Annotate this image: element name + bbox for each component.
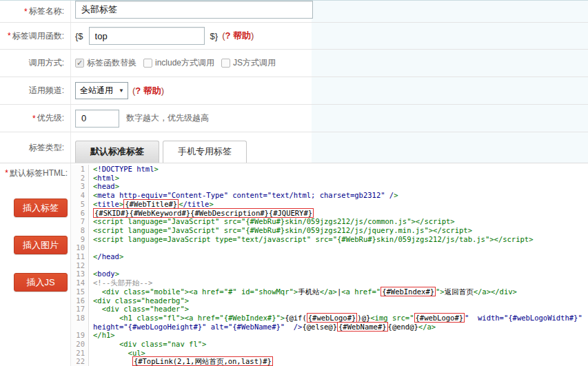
code-line: 20 <div class="nav fl"> — [71, 340, 588, 349]
tag-edit-form: * 标签名称: * 标签调用函数: {$ $} (? 帮助) 调用方式: ✓ 标… — [0, 0, 588, 366]
line-content: <!DOCTYPE html> — [89, 165, 588, 174]
tag-type-label: 标签类型: — [0, 132, 71, 163]
line-number: 13 — [71, 270, 89, 278]
line-content: </h1> — [89, 331, 588, 340]
checkbox-checked-icon[interactable]: ✓ — [75, 59, 84, 68]
code-lines: 1<!DOCTYPE html>2<html>3<head>4<meta htt… — [71, 165, 588, 366]
line-content — [89, 261, 588, 270]
channel-label: 适用频道: — [0, 77, 71, 104]
code-editor[interactable]: 1<!DOCTYPE html>2<html>3<head>4<meta htt… — [71, 163, 588, 366]
code-line: 16<div class="headerbg"> — [71, 296, 588, 305]
checkbox-js-call[interactable]: JS方式调用 — [221, 57, 276, 69]
tag-function-input[interactable] — [89, 27, 205, 45]
line-number: 15 — [71, 287, 89, 296]
checkbox-unchecked-icon[interactable] — [143, 59, 152, 68]
code-line: 11</head> — [71, 252, 588, 261]
line-content: <div class="headerbg"> — [89, 296, 588, 305]
line-content: {#TopLink(2,1,网站首页,on,last)#} — [89, 357, 588, 366]
tab-mobile-tag[interactable]: 手机专用标签 — [163, 141, 247, 163]
code-line: 13<body> — [71, 270, 588, 278]
row-tag-name: * 标签名称: — [0, 0, 588, 23]
code-line: 9<script language=JavaScript type="text/… — [71, 235, 588, 244]
tag-function-field: {$ $} (? 帮助) — [71, 23, 588, 49]
dropdown-arrow-icon: ▼ — [119, 88, 124, 94]
line-number: 2 — [71, 174, 89, 183]
code-line: 10 — [71, 243, 588, 252]
tag-type-tabs: 默认标准标签 手机专用标签 — [75, 141, 250, 163]
function-help-link[interactable]: (? 帮助) — [222, 30, 254, 42]
line-number: 19 — [71, 331, 89, 340]
priority-label: * 优先级: — [0, 105, 71, 132]
row-default-html: *默认标签HTML: 插入标签 插入图片 插入JS 1<!DOCTYPE htm… — [0, 163, 588, 366]
code-line: 18 <h1 class="fl"><a href="{#WebIndex#}"… — [71, 314, 588, 331]
channel-select[interactable]: 全站通用 ▼ — [75, 82, 128, 99]
insert-image-button[interactable]: 插入图片 — [14, 236, 68, 254]
line-content: <body> — [89, 270, 588, 278]
checkbox-unchecked-icon[interactable] — [221, 59, 230, 68]
code-line: 6{#SKID#}{#WebKeyword#}{#WebDescription#… — [71, 209, 588, 218]
tab-default-standard-tag[interactable]: 默认标准标签 — [75, 141, 159, 163]
insert-tag-button[interactable]: 插入标签 — [14, 199, 68, 217]
code-line: 15 <div class="mobile"><a href="#" id="s… — [71, 287, 588, 296]
line-number: 20 — [71, 340, 89, 349]
line-number: 4 — [71, 191, 89, 200]
call-method-label: 调用方式: — [0, 50, 71, 77]
line-content: <!--头部开始--> — [89, 278, 588, 287]
row-channel: 适用频道: 全站通用 ▼ (? 帮助) — [0, 77, 588, 105]
function-suffix: $} — [210, 31, 219, 41]
code-line: 2<html> — [71, 174, 588, 183]
line-content: <script language="JavaScript" src="{#Web… — [89, 226, 588, 235]
tag-type-field: 默认标准标签 手机专用标签 — [71, 132, 588, 163]
function-prefix: {$ — [75, 31, 83, 41]
default-html-label-col: *默认标签HTML: 插入标签 插入图片 插入JS — [0, 163, 71, 366]
line-number: 21 — [71, 349, 89, 358]
line-content: {#SKID#}{#WebKeyword#}{#WebDescription#}… — [89, 209, 588, 218]
line-content — [89, 243, 588, 252]
channel-help-link[interactable]: (? 帮助) — [132, 85, 164, 97]
line-number: 16 — [71, 296, 89, 305]
line-number: 8 — [71, 226, 89, 235]
required-mark: * — [8, 31, 11, 41]
line-content: <head> — [89, 182, 588, 191]
code-line: 7<script language="JavaScript" src="{#We… — [71, 217, 588, 226]
line-content: <title>{#WebTitle#}</title> — [89, 200, 588, 209]
line-number: 5 — [71, 200, 89, 209]
row-tag-type: 标签类型: 默认标准标签 手机专用标签 — [0, 132, 588, 163]
required-mark: * — [32, 114, 36, 123]
line-content: <meta http-equiv="Content-Type" content=… — [89, 191, 588, 200]
line-number: 17 — [71, 305, 89, 314]
required-mark: * — [24, 7, 28, 17]
line-content: <script language=JavaScript type="text/j… — [89, 235, 588, 244]
line-content: <h1 class="fl"><a href="{#WebIndex#}">{@… — [89, 314, 588, 331]
line-content: <div class="mobile"><a href="#" id="show… — [89, 287, 588, 296]
priority-hint: 数字越大，优先级越高 — [126, 112, 209, 124]
tag-function-label: * 标签调用函数: — [0, 23, 71, 49]
code-line: 12 — [71, 261, 588, 270]
code-line: 22 {#TopLink(2,1,网站首页,on,last)#} — [71, 357, 588, 366]
checkbox-include-call[interactable]: include方式调用 — [143, 57, 214, 69]
priority-field: 数字越大，优先级越高 — [71, 105, 588, 132]
line-content: </head> — [89, 252, 588, 261]
priority-input[interactable] — [75, 110, 119, 128]
line-number: 7 — [71, 217, 89, 226]
code-line: 5<title>{#WebTitle#}</title> — [71, 200, 588, 209]
tag-name-input[interactable] — [75, 1, 313, 19]
insert-js-button[interactable]: 插入JS — [14, 273, 68, 292]
required-mark: * — [5, 168, 8, 178]
channel-field: 全站通用 ▼ (? 帮助) — [71, 77, 588, 104]
line-number: 6 — [71, 209, 89, 218]
call-method-field: ✓ 标签函数替换 include方式调用 JS方式调用 — [71, 50, 588, 77]
line-content: <html> — [89, 174, 588, 183]
line-number: 22 — [71, 357, 89, 366]
code-line: 8<script language="JavaScript" src="{#We… — [71, 226, 588, 235]
line-number: 14 — [71, 278, 89, 287]
code-line: 1<!DOCTYPE html> — [71, 165, 588, 174]
line-number: 18 — [71, 314, 89, 331]
checkbox-tag-replace[interactable]: ✓ 标签函数替换 — [75, 57, 136, 69]
code-line: 19</h1> — [71, 331, 588, 340]
row-tag-function: * 标签调用函数: {$ $} (? 帮助) — [0, 23, 588, 50]
tag-name-label: * 标签名称: — [0, 1, 71, 22]
code-line: 4<meta http-equiv="Content-Type" content… — [71, 191, 588, 200]
line-number: 12 — [71, 261, 89, 270]
default-html-label: *默认标签HTML: — [5, 167, 68, 179]
